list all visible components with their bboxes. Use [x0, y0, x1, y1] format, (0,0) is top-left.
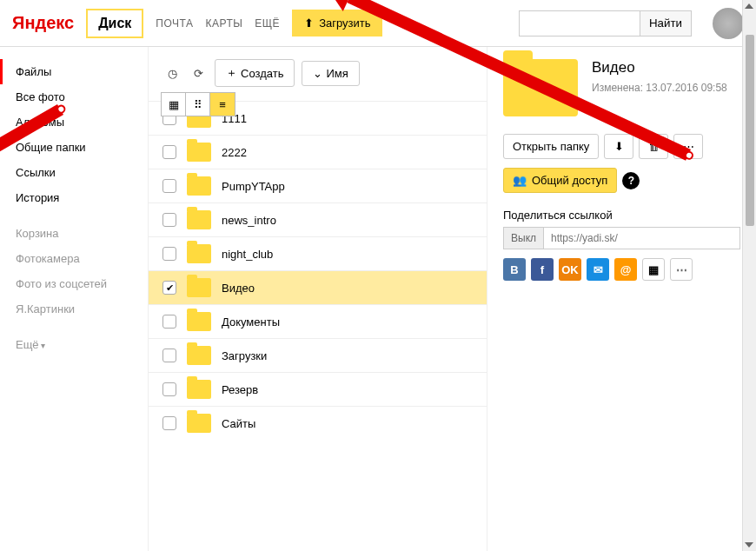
- upload-label: Загрузить: [319, 17, 370, 30]
- file-name: Резерв: [222, 383, 258, 396]
- row-checkbox[interactable]: [162, 179, 176, 193]
- row-checkbox[interactable]: [162, 145, 176, 159]
- share-vk-icon[interactable]: В: [503, 258, 526, 281]
- row-checkbox[interactable]: [162, 247, 176, 261]
- avatar[interactable]: [713, 8, 744, 39]
- share-button[interactable]: 👥 Общий доступ: [503, 168, 617, 193]
- file-name: Загрузки: [222, 349, 267, 362]
- sidebar-item-trash[interactable]: Корзина: [0, 221, 148, 246]
- history-icon[interactable]: ◷: [162, 63, 182, 83]
- folder-icon: [187, 346, 211, 365]
- dots-icon: ⋯: [683, 140, 694, 153]
- link-toggle[interactable]: Выкл: [503, 227, 544, 249]
- folder-icon: [503, 59, 578, 116]
- row-checkbox[interactable]: [162, 349, 176, 362]
- view-list-icon[interactable]: ≡: [210, 93, 235, 116]
- details-pane: Видео Изменена: 13.07.2016 09:58 Открыть…: [487, 47, 756, 551]
- file-name: Документы: [222, 315, 280, 329]
- sidebar-item-camera[interactable]: Фотокамера: [0, 246, 148, 271]
- file-row[interactable]: 2222: [149, 135, 487, 169]
- people-icon: 👥: [513, 174, 527, 187]
- share-link-label: Поделиться ссылкой: [503, 209, 740, 222]
- nav-mail[interactable]: ПОЧТА: [156, 17, 193, 30]
- sort-button[interactable]: ⌄ Имя: [302, 61, 359, 86]
- create-button[interactable]: ＋ Создать: [215, 59, 295, 87]
- row-checkbox[interactable]: [162, 213, 176, 227]
- sidebar-item-history[interactable]: История: [0, 185, 148, 210]
- sidebar-item-links[interactable]: Ссылки: [0, 160, 148, 185]
- yandex-logo[interactable]: Яндекс: [12, 13, 74, 33]
- share-qr-icon[interactable]: ▦: [642, 258, 665, 281]
- file-name: Видео: [222, 282, 255, 295]
- file-name: night_club: [222, 248, 273, 261]
- sidebar-item-photos[interactable]: Все фото: [0, 84, 148, 110]
- sidebar-item-social-photos[interactable]: Фото из соцсетей: [0, 271, 148, 296]
- download-button[interactable]: ⬇: [604, 134, 633, 159]
- file-row[interactable]: PumpYTApp: [149, 169, 487, 202]
- file-row[interactable]: Резерв: [149, 372, 487, 406]
- file-name: 2222: [222, 146, 247, 159]
- nav-more[interactable]: ЕЩЁ: [255, 17, 280, 30]
- view-large-icon[interactable]: ▦: [162, 93, 186, 116]
- folder-icon: [187, 210, 211, 229]
- row-checkbox[interactable]: [162, 416, 176, 430]
- view-small-icon[interactable]: ⠿: [186, 93, 210, 116]
- file-row[interactable]: Сайты: [149, 406, 487, 440]
- row-checkbox[interactable]: [162, 315, 176, 329]
- file-row[interactable]: Загрузки: [149, 338, 487, 372]
- folder-icon: [187, 143, 211, 162]
- search-box: Найти: [519, 10, 692, 37]
- share-facebook-icon[interactable]: f: [531, 258, 554, 281]
- help-icon[interactable]: ?: [622, 172, 640, 189]
- more-actions-button[interactable]: ⋯: [673, 134, 703, 159]
- sidebar-more[interactable]: Ещё: [0, 332, 148, 357]
- scrollbar-thumb[interactable]: [746, 35, 754, 226]
- folder-icon: [187, 176, 211, 196]
- sync-icon[interactable]: ⟳: [189, 63, 208, 83]
- main-pane: ◷ ⟳ ＋ Создать ⌄ Имя ▦ ⠿ ≡ 11112222PumpYT…: [148, 47, 487, 551]
- header: Яндекс Диск ПОЧТА КАРТЫ ЕЩЁ ⬆ Загрузить …: [0, 0, 756, 47]
- row-checkbox[interactable]: [162, 382, 176, 396]
- social-row: В f OK ✉ @ ▦ ⋯: [503, 258, 740, 281]
- folder-icon: [187, 312, 211, 331]
- scrollbar[interactable]: [742, 0, 756, 551]
- share-mail-icon[interactable]: ✉: [587, 258, 609, 281]
- file-row[interactable]: news_intro: [149, 202, 487, 236]
- file-row[interactable]: night_club: [149, 236, 487, 270]
- sidebar-item-shared[interactable]: Общие папки: [0, 135, 148, 160]
- share-more-icon[interactable]: ⋯: [670, 258, 693, 281]
- file-name: Сайты: [222, 417, 255, 430]
- share-url-input[interactable]: [544, 227, 740, 249]
- sidebar-item-ya-images[interactable]: Я.Картинки: [0, 296, 148, 322]
- file-list: 11112222PumpYTAppnews_intronight_clubВид…: [149, 101, 487, 440]
- folder-icon: [187, 380, 211, 399]
- share-mailru-icon[interactable]: @: [614, 258, 637, 281]
- trash-icon: 🗑: [648, 140, 660, 153]
- sidebar-item-albums[interactable]: Альбомы: [0, 110, 148, 135]
- service-badge[interactable]: Диск: [86, 9, 143, 38]
- folder-icon: [187, 414, 211, 433]
- search-input[interactable]: [519, 10, 640, 37]
- share-ok-icon[interactable]: OK: [559, 258, 581, 281]
- folder-icon: [187, 244, 211, 263]
- sidebar: Файлы Все фото Альбомы Общие папки Ссылк…: [0, 47, 148, 551]
- details-title: Видео: [592, 59, 727, 76]
- open-folder-button[interactable]: Открыть папку: [503, 134, 599, 159]
- download-icon: ⬇: [614, 140, 624, 153]
- upload-icon: ⬆: [304, 17, 314, 30]
- details-modified: Изменена: 13.07.2016 09:58: [592, 82, 727, 94]
- nav-maps[interactable]: КАРТЫ: [205, 17, 242, 30]
- delete-button[interactable]: 🗑: [639, 134, 668, 159]
- search-button[interactable]: Найти: [640, 10, 692, 37]
- file-name: PumpYTApp: [222, 180, 285, 193]
- view-switcher: ▦ ⠿ ≡: [161, 92, 235, 116]
- row-checkbox[interactable]: [162, 281, 176, 295]
- file-name: news_intro: [222, 214, 276, 227]
- file-row[interactable]: Видео: [149, 270, 487, 304]
- sidebar-item-files[interactable]: Файлы: [0, 59, 148, 84]
- folder-icon: [187, 278, 211, 297]
- upload-button[interactable]: ⬆ Загрузить: [292, 10, 382, 37]
- file-row[interactable]: Документы: [149, 304, 487, 338]
